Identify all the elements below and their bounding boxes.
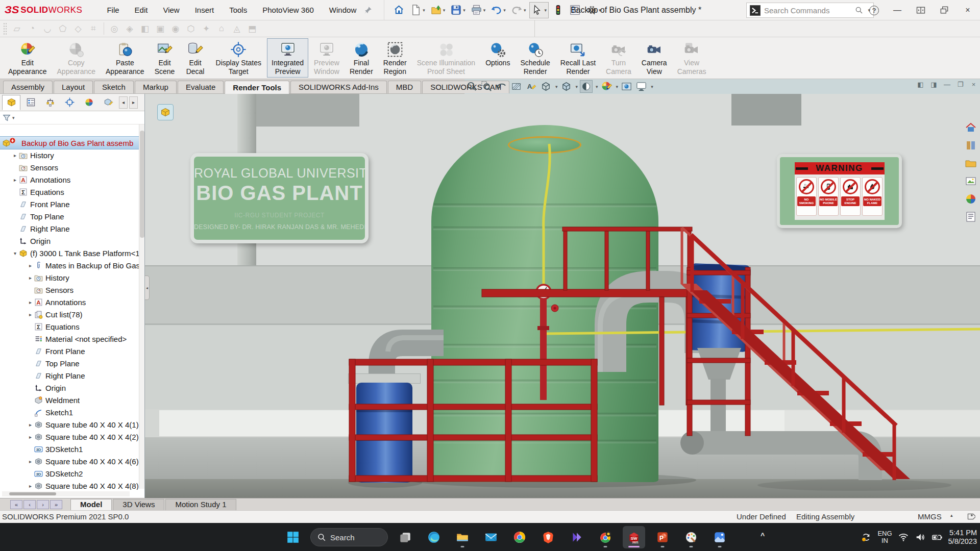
menu-item-tools[interactable]: Tools	[229, 6, 247, 14]
previous-tab-button[interactable]: ‹	[23, 500, 36, 509]
tree-item-right-plane[interactable]: Right Plane	[0, 369, 139, 382]
tag-icon[interactable]	[966, 512, 975, 521]
filter-icon[interactable]	[2, 113, 11, 122]
hud-edit-appearance-icon[interactable]	[600, 80, 613, 93]
tree-item-sensors[interactable]: Sensors	[0, 284, 139, 296]
view-settings-dropdown-icon[interactable]: ▾	[651, 84, 653, 89]
tree-item-material-not-specified[interactable]: Material <not specified>	[0, 333, 139, 345]
taskbar-task-view[interactable]	[394, 526, 416, 548]
tree-item-annotations[interactable]: ▸AAnnotations	[0, 296, 139, 308]
minimize-icon[interactable]: —	[892, 5, 902, 15]
panel-splitter-handle[interactable]: ◂	[145, 276, 150, 300]
view-orientation-icon[interactable]	[540, 80, 552, 93]
units-dropdown-icon[interactable]: ▴	[950, 513, 953, 518]
new-button[interactable]: ▾	[408, 2, 427, 18]
model-tab-motion-study-1[interactable]: Motion Study 1	[165, 499, 236, 510]
taskbar-photos[interactable]	[708, 526, 731, 548]
last-tab-button[interactable]: »	[50, 500, 62, 509]
open-button[interactable]: ▾	[429, 2, 447, 18]
display-states-target-button[interactable]: Display StatesTarget	[211, 38, 266, 78]
tree-item-3dsketch1[interactable]: 3D3DSketch1	[0, 443, 139, 455]
apply-scene-icon[interactable]	[620, 80, 633, 93]
tree-item-cut-list-78[interactable]: ▸Cut list(78)	[0, 308, 139, 320]
expand-icon[interactable]: ▸	[27, 459, 34, 464]
model-tab-3d-views[interactable]: 3D Views	[113, 499, 164, 510]
save-button[interactable]: ▾	[449, 2, 467, 18]
taskbar-search[interactable]: Search	[310, 528, 388, 546]
taskbar-edge[interactable]	[423, 526, 445, 548]
expand-icon[interactable]: ▸	[27, 263, 34, 268]
taskbar-paint[interactable]	[680, 526, 702, 548]
taskbar-start[interactable]	[282, 526, 304, 548]
new-dropdown-icon[interactable]: ▾	[423, 8, 425, 13]
schedule-render-button[interactable]: ScheduleRender	[516, 38, 554, 78]
camera-view-button[interactable]: CameraView	[637, 38, 672, 78]
expand-icon[interactable]: ▸	[27, 422, 34, 428]
fm-tab-cam-manager[interactable]	[99, 95, 117, 110]
tab-layout[interactable]: Layout	[54, 81, 93, 93]
home-button[interactable]	[391, 2, 406, 18]
render-region-button[interactable]: RenderRegion	[379, 38, 411, 78]
taskbar-powerpoint[interactable]: P	[651, 526, 674, 548]
tree-horizontal-scrollbar[interactable]	[2, 491, 130, 496]
taskbar-file-explorer[interactable]	[451, 526, 474, 548]
final-render-button[interactable]: FinalRender	[345, 38, 378, 78]
tree-item-equations[interactable]: ΣEquations	[0, 186, 139, 198]
select-button[interactable]: ▾	[529, 2, 549, 18]
print-button[interactable]: ▾	[469, 2, 487, 18]
tab-markup[interactable]: Markup	[135, 81, 177, 93]
menu-item-file[interactable]: File	[107, 6, 119, 14]
taskbar-solidworks[interactable]: SW2021	[623, 526, 645, 548]
open-dropdown-icon[interactable]: ▾	[443, 8, 446, 13]
model-tab-model[interactable]: Model	[70, 499, 112, 510]
pane-left-icon[interactable]: ◧	[916, 80, 925, 89]
expand-icon[interactable]: ▸	[27, 434, 34, 440]
first-tab-button[interactable]: «	[10, 500, 22, 509]
tree-item-top-plane[interactable]: Top Plane	[0, 210, 139, 222]
paste-appearance-button[interactable]: PasteAppearance	[101, 38, 149, 78]
section-view-icon[interactable]	[510, 80, 523, 93]
taskpane-appearances-icon[interactable]	[965, 193, 977, 205]
expand-icon[interactable]: ▸	[27, 299, 34, 305]
fm-tab-dimxpert[interactable]	[60, 95, 79, 110]
search-commands-box[interactable]: Search Commands ▾	[746, 3, 874, 18]
clock[interactable]: 5:41 PM5/8/2023	[948, 529, 977, 546]
taskpane-file-explorer-icon[interactable]	[965, 157, 977, 169]
taskpane-design-library-icon[interactable]	[965, 139, 977, 152]
battery-icon[interactable]	[932, 532, 943, 543]
help-icon[interactable]: ?	[869, 6, 879, 15]
recall-last-render-button[interactable]: Recall LastRender	[556, 38, 600, 78]
edit-scene-button[interactable]: EditScene	[150, 38, 180, 78]
tree-item-origin[interactable]: Origin	[0, 382, 139, 394]
view-orientation-dropdown-icon[interactable]: ▾	[555, 84, 558, 89]
tree-item-history[interactable]: ▸History	[0, 149, 139, 161]
taskbar-kmplayer[interactable]	[566, 526, 588, 548]
taskbar-brave[interactable]	[537, 526, 559, 548]
fm-tab-features[interactable]	[2, 95, 20, 110]
expand-icon[interactable]: ▸	[27, 483, 34, 489]
hide-show-items-icon[interactable]	[580, 80, 593, 93]
print-dropdown-icon[interactable]: ▾	[483, 8, 486, 13]
expand-icon[interactable]: ▸	[11, 177, 19, 183]
edit-decal-button[interactable]: EditDecal	[181, 38, 210, 78]
integrated-preview-button[interactable]: IntegratedPreview	[267, 38, 308, 78]
zoom-to-fit-icon[interactable]	[465, 80, 478, 93]
tree-item-origin[interactable]: Origin	[0, 235, 139, 247]
display-style-dropdown-icon[interactable]: ▾	[576, 84, 578, 89]
expand-icon[interactable]: ▸	[27, 312, 34, 317]
tree-item-square-tube-40-x-40-x-4-2[interactable]: ▸Square tube 40 X 40 X 4(2)	[0, 431, 139, 443]
biogas-digester-tank[interactable]	[431, 125, 658, 482]
tree-item-right-plane[interactable]: Right Plane	[0, 222, 139, 235]
menu-item-insert[interactable]: Insert	[195, 6, 214, 14]
taskpane-home-icon[interactable]	[965, 121, 977, 134]
menu-item-photoview-360[interactable]: PhotoView 360	[262, 6, 314, 14]
filter-dropdown-icon[interactable]: ▾	[12, 115, 15, 120]
doc-minimize-icon[interactable]: —	[943, 80, 951, 89]
graphics-area[interactable]: ROYAL GLOBAL UNIVERSITY BIO GAS PLANT II…	[145, 94, 980, 498]
tree-item-history[interactable]: ▸History	[0, 271, 139, 284]
fm-scroll-left-icon[interactable]: ◂	[119, 96, 128, 109]
blue-barrel-left[interactable]	[356, 383, 412, 483]
undo-button[interactable]: ▾	[489, 2, 507, 18]
close-icon[interactable]: ×	[963, 5, 973, 15]
taskbar-chrome-profile[interactable]	[594, 526, 617, 548]
